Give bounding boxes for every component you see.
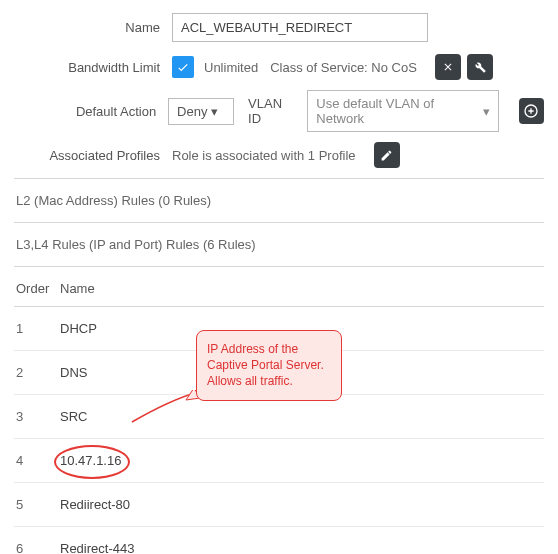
check-icon (176, 60, 190, 74)
cos-text: Class of Service: No CoS (270, 60, 417, 75)
column-name-header: Name (60, 281, 542, 296)
rule-name: Redirect-443 (60, 541, 542, 554)
pencil-icon (380, 149, 393, 162)
table-row[interactable]: 5Rediirect-80 (14, 483, 544, 527)
name-input[interactable] (172, 13, 428, 42)
caret-down-icon: ▾ (211, 104, 218, 119)
annotation-pointer (130, 390, 200, 430)
table-row[interactable]: 3SRC (14, 395, 544, 439)
vlan-id-label: VLAN ID (248, 96, 297, 126)
rule-name: 10.47.1.16 (60, 453, 542, 468)
edit-profiles-button[interactable] (374, 142, 400, 168)
rule-order: 1 (16, 321, 60, 336)
vlan-id-select[interactable]: Use default VLAN of Network ▾ (307, 90, 498, 132)
rule-order: 2 (16, 365, 60, 380)
bandwidth-checkbox[interactable] (172, 56, 194, 78)
default-action-label: Default Action (14, 104, 168, 119)
caret-down-icon: ▾ (483, 104, 490, 119)
default-action-select[interactable]: Deny ▾ (168, 98, 234, 125)
rule-order: 4 (16, 453, 60, 468)
associated-profiles-text: Role is associated with 1 Profile (172, 148, 356, 163)
rule-order: 5 (16, 497, 60, 512)
associated-profiles-label: Associated Profiles (14, 148, 172, 163)
bandwidth-unlimited-text: Unlimited (204, 60, 258, 75)
bandwidth-label: Bandwidth Limit (14, 60, 172, 75)
rule-order: 3 (16, 409, 60, 424)
annotation-callout: IP Address of the Captive Portal Server.… (196, 330, 342, 401)
remove-cos-button[interactable] (435, 54, 461, 80)
add-vlan-button[interactable] (519, 98, 544, 124)
table-row[interactable]: 410.47.1.16 (14, 439, 544, 483)
edit-cos-button[interactable] (467, 54, 493, 80)
wrench-icon (473, 60, 487, 74)
l3l4-rules-header[interactable]: L3,L4 Rules (IP and Port) Rules (6 Rules… (14, 223, 544, 266)
close-icon (442, 61, 454, 73)
default-action-value: Deny (177, 104, 207, 119)
column-order-header: Order (16, 281, 60, 296)
name-label: Name (14, 20, 172, 35)
l2-rules-header[interactable]: L2 (Mac Address) Rules (0 Rules) (14, 179, 544, 222)
rule-name: Rediirect-80 (60, 497, 542, 512)
rule-order: 6 (16, 541, 60, 554)
plus-circle-icon (523, 103, 539, 119)
table-row[interactable]: 6Redirect-443 (14, 527, 544, 554)
vlan-id-placeholder: Use default VLAN of Network (316, 96, 480, 126)
annotation-text: IP Address of the Captive Portal Server.… (207, 342, 324, 388)
